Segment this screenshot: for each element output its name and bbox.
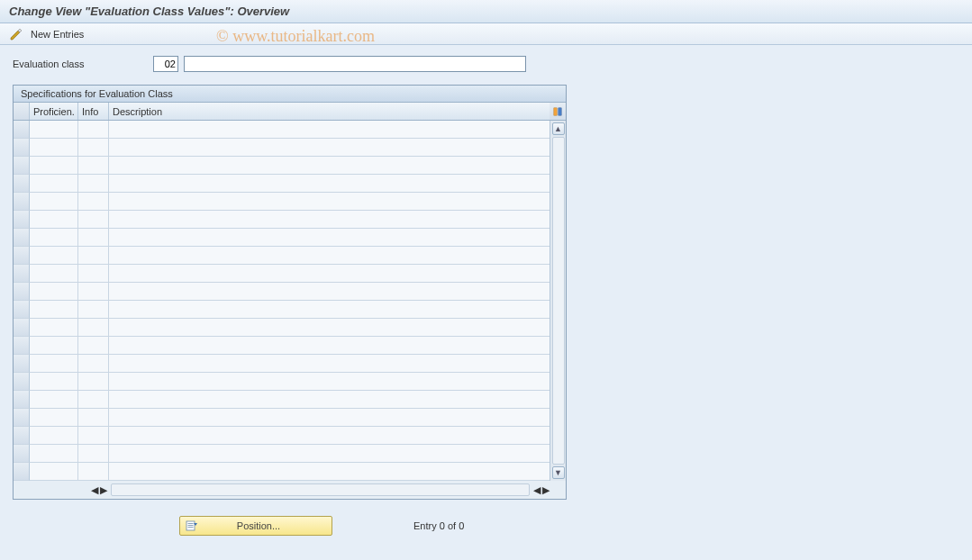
row-selector[interactable] (14, 319, 30, 337)
cell-proficiency[interactable] (30, 427, 78, 445)
cell-info[interactable] (78, 247, 109, 265)
position-button[interactable]: Position... (179, 516, 332, 536)
cell-description[interactable] (109, 355, 550, 373)
row-selector[interactable] (14, 337, 30, 355)
cell-info[interactable] (78, 337, 109, 355)
cell-description[interactable] (109, 427, 550, 445)
cell-info[interactable] (78, 265, 109, 283)
table-row[interactable] (14, 337, 550, 355)
cell-description[interactable] (109, 265, 550, 283)
grid-configure-icon[interactable] (550, 103, 566, 120)
cell-proficiency[interactable] (30, 229, 78, 247)
cell-description[interactable] (109, 301, 550, 319)
table-row[interactable] (14, 157, 550, 175)
row-selector[interactable] (14, 157, 30, 175)
scroll-track-vertical[interactable] (552, 137, 565, 465)
row-selector[interactable] (14, 121, 30, 139)
scroll-left-icon[interactable]: ◀ (91, 484, 98, 496)
grid-header-proficiency[interactable]: Proficien. (30, 103, 78, 120)
cell-proficiency[interactable] (30, 283, 78, 301)
cell-description[interactable] (109, 175, 550, 193)
evaluation-class-desc-input[interactable] (184, 56, 526, 72)
cell-info[interactable] (78, 301, 109, 319)
row-selector[interactable] (14, 193, 30, 211)
cell-description[interactable] (109, 391, 550, 409)
cell-description[interactable] (109, 373, 550, 391)
cell-info[interactable] (78, 445, 109, 463)
row-selector[interactable] (14, 301, 30, 319)
cell-info[interactable] (78, 409, 109, 427)
cell-description[interactable] (109, 121, 550, 139)
table-row[interactable] (14, 463, 550, 481)
cell-proficiency[interactable] (30, 211, 78, 229)
grid-select-all-header[interactable] (14, 103, 30, 120)
row-selector[interactable] (14, 229, 30, 247)
cell-info[interactable] (78, 121, 109, 139)
cell-description[interactable] (109, 229, 550, 247)
table-row[interactable] (14, 409, 550, 427)
row-selector[interactable] (14, 247, 30, 265)
cell-info[interactable] (78, 355, 109, 373)
scroll-right-step-icon[interactable]: ▶ (100, 484, 107, 496)
row-selector[interactable] (14, 463, 30, 481)
scroll-down-icon[interactable]: ▼ (552, 466, 565, 479)
cell-description[interactable] (109, 463, 550, 481)
cell-proficiency[interactable] (30, 373, 78, 391)
table-row[interactable] (14, 391, 550, 409)
cell-info[interactable] (78, 463, 109, 481)
cell-info[interactable] (78, 373, 109, 391)
table-row[interactable] (14, 121, 550, 139)
cell-info[interactable] (78, 175, 109, 193)
table-row[interactable] (14, 445, 550, 463)
table-row[interactable] (14, 139, 550, 157)
row-selector[interactable] (14, 445, 30, 463)
cell-description[interactable] (109, 211, 550, 229)
cell-proficiency[interactable] (30, 247, 78, 265)
table-row[interactable] (14, 301, 550, 319)
cell-proficiency[interactable] (30, 157, 78, 175)
cell-info[interactable] (78, 157, 109, 175)
scroll-right-end-icon[interactable]: ▶ (542, 484, 550, 496)
table-row[interactable] (14, 211, 550, 229)
cell-proficiency[interactable] (30, 391, 78, 409)
evaluation-class-code-input[interactable] (153, 56, 178, 72)
table-row[interactable] (14, 427, 550, 445)
cell-description[interactable] (109, 139, 550, 157)
grid-header-description[interactable]: Description (109, 103, 550, 120)
grid-header-info[interactable]: Info (78, 103, 109, 120)
table-row[interactable] (14, 355, 550, 373)
cell-info[interactable] (78, 193, 109, 211)
toggle-display-change-icon[interactable] (9, 27, 23, 41)
row-selector[interactable] (14, 391, 30, 409)
table-row[interactable] (14, 283, 550, 301)
cell-info[interactable] (78, 427, 109, 445)
cell-info[interactable] (78, 139, 109, 157)
cell-proficiency[interactable] (30, 445, 78, 463)
cell-description[interactable] (109, 409, 550, 427)
cell-proficiency[interactable] (30, 319, 78, 337)
table-row[interactable] (14, 229, 550, 247)
row-selector[interactable] (14, 175, 30, 193)
cell-proficiency[interactable] (30, 193, 78, 211)
scroll-track-horizontal[interactable] (111, 483, 530, 496)
row-selector[interactable] (14, 373, 30, 391)
row-selector[interactable] (14, 265, 30, 283)
scroll-up-icon[interactable]: ▲ (552, 122, 565, 135)
table-row[interactable] (14, 373, 550, 391)
table-row[interactable] (14, 175, 550, 193)
cell-info[interactable] (78, 211, 109, 229)
horizontal-scrollbar[interactable]: ◀ ▶ ◀ ▶ (14, 481, 566, 499)
row-selector[interactable] (14, 409, 30, 427)
row-selector[interactable] (14, 211, 30, 229)
cell-description[interactable] (109, 445, 550, 463)
scroll-left-end-icon[interactable]: ◀ (533, 484, 541, 496)
cell-info[interactable] (78, 391, 109, 409)
cell-info[interactable] (78, 283, 109, 301)
row-selector[interactable] (14, 427, 30, 445)
cell-proficiency[interactable] (30, 355, 78, 373)
table-row[interactable] (14, 319, 550, 337)
cell-description[interactable] (109, 319, 550, 337)
cell-description[interactable] (109, 337, 550, 355)
table-row[interactable] (14, 193, 550, 211)
new-entries-button[interactable]: New Entries (31, 29, 84, 40)
